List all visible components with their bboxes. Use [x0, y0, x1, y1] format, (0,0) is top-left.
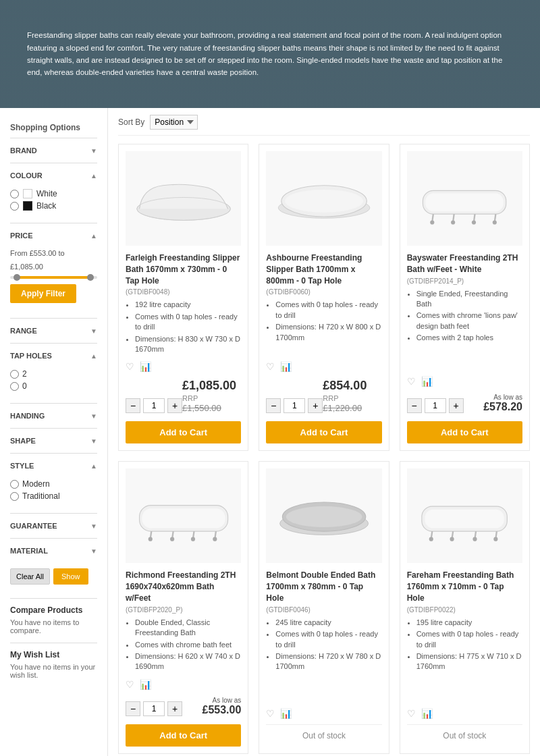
filter-tap-holes-header[interactable]: TAP HOLES ▲ [10, 349, 97, 362]
qty-input-2[interactable] [284, 398, 305, 413]
filter-colour-arrow: ▲ [90, 172, 97, 180]
style-radio-traditional[interactable] [10, 492, 19, 501]
tap-holes-radio-2[interactable] [10, 370, 19, 379]
add-to-cart-4[interactable]: Add to Cart [126, 724, 241, 747]
price-slider[interactable] [10, 276, 97, 279]
tap-holes-radio-0[interactable] [10, 382, 19, 391]
wishlist-icon-2[interactable]: ♡ [266, 361, 275, 372]
qty-input-3[interactable] [425, 398, 446, 413]
filter-material-label: MATERIAL [10, 547, 48, 555]
feature-1-2: Comes with 0 tap holes - ready to drill [135, 312, 241, 333]
price-rrp-val-2: £1,220.00 [323, 403, 362, 413]
filter-guarantee-header[interactable]: GUARANTEE ▼ [10, 519, 97, 533]
filter-style-arrow: ▲ [90, 462, 97, 470]
sort-select[interactable]: Position Name Price [150, 115, 198, 130]
qty-plus-2[interactable]: + [308, 398, 323, 413]
add-to-cart-2[interactable]: Add to Cart [266, 421, 381, 443]
filter-colour-header[interactable]: COLOUR ▲ [10, 169, 97, 182]
price-main-2: £854.00 [323, 379, 367, 392]
filter-style-header[interactable]: STYLE ▲ [10, 459, 97, 473]
colour-radio-black[interactable] [10, 202, 19, 211]
product-card-1: Farleigh Freestanding Slipper Bath 1670m… [118, 144, 248, 451]
wishlist-text: You have no items in your wish list. [10, 663, 97, 679]
shopping-options-title: Shopping Options [10, 123, 97, 132]
out-of-stock-5: Out of stock [266, 724, 381, 747]
compare-icon-6[interactable]: 📊 [421, 708, 433, 719]
style-label-modern: Modern [22, 479, 50, 489]
style-content: Modern Traditional [10, 473, 97, 508]
product-card-2: Ashbourne Freestanding Slipper Bath 1700… [259, 144, 389, 451]
filter-brand-header[interactable]: BRAND ▼ [10, 144, 97, 157]
compare-icon-5[interactable]: 📊 [280, 708, 292, 719]
compare-title: Compare Products [10, 605, 97, 615]
qty-minus-3[interactable]: − [407, 398, 422, 413]
compare-icon-3[interactable]: 📊 [421, 376, 433, 387]
filter-range-header[interactable]: RANGE ▼ [10, 324, 97, 338]
filter-style-label: STYLE [10, 462, 34, 470]
qty-plus-1[interactable]: + [167, 398, 182, 413]
qty-input-4[interactable] [143, 701, 165, 716]
qty-plus-3[interactable]: + [449, 398, 464, 413]
price-slider-max[interactable] [87, 274, 94, 281]
qty-row-1: ♡ 📊 [126, 361, 151, 376]
sidebar-bottom-buttons: Clear All Show [10, 568, 97, 585]
feature-2-1: Comes with 0 tap holes - ready to drill [275, 300, 381, 321]
qty-plus-4[interactable]: + [167, 701, 182, 716]
filter-shape-header[interactable]: SHAPE ▼ [10, 434, 97, 448]
qty-input-1[interactable] [143, 398, 165, 413]
price-main-1: £1,085.00 [182, 379, 236, 392]
product-sku-5: (GTDIBF0046) [266, 606, 381, 614]
svg-point-4 [285, 190, 363, 213]
qty-controls-4: − + [126, 701, 182, 716]
qty-minus-2[interactable]: − [266, 398, 281, 413]
colour-options: White Black [10, 182, 97, 217]
compare-icon-1[interactable]: 📊 [140, 361, 151, 372]
filter-handing-header[interactable]: HANDING ▼ [10, 409, 97, 423]
qty-controls-2: − + [266, 398, 323, 413]
compare-icon-4[interactable]: 📊 [140, 679, 151, 690]
sort-bar: Sort By Position Name Price [118, 115, 530, 136]
product-actions-row-3: ♡ 📊 [407, 376, 522, 391]
filter-handing-arrow: ▼ [90, 412, 97, 420]
product-name-1: Farleigh Freestanding Slipper Bath 1670m… [126, 252, 241, 286]
product-image-4 [126, 468, 241, 563]
feature-5-2: Comes with 0 tap holes - ready to drill [275, 629, 381, 650]
svg-point-27 [286, 506, 362, 527]
wishlist-icon-3[interactable]: ♡ [407, 376, 416, 387]
style-radio-modern[interactable] [10, 480, 19, 489]
product-actions-5: ♡ 📊 [266, 708, 381, 719]
colour-radio-white[interactable] [10, 190, 19, 198]
filter-brand: BRAND ▼ [10, 138, 97, 163]
filter-range-arrow: ▼ [90, 327, 97, 335]
add-to-cart-3[interactable]: Add to Cart [407, 421, 522, 443]
clear-all-button[interactable]: Clear All [10, 568, 50, 585]
filter-price: PRICE ▲ From £553.00 to £1,085.00 Apply … [10, 223, 97, 318]
main-layout: Shopping Options BRAND ▼ COLOUR ▲ White [0, 108, 540, 756]
apply-filter-button[interactable]: Apply Filter [10, 284, 76, 303]
feature-2-2: Dimensions: H 720 x W 800 x D 1700mm [275, 322, 381, 343]
compare-icon-2[interactable]: 📊 [280, 361, 292, 372]
filter-price-arrow: ▲ [90, 232, 97, 240]
filter-brand-label: BRAND [10, 146, 37, 155]
qty-minus-4[interactable]: − [126, 701, 140, 716]
colour-option-white: White [10, 189, 97, 198]
filter-colour: COLOUR ▲ White Black [10, 163, 97, 223]
wishlist-icon-6[interactable]: ♡ [407, 708, 416, 719]
price-main-4: £553.00 [202, 704, 241, 716]
filter-price-header[interactable]: PRICE ▲ [10, 229, 97, 242]
style-label-traditional: Traditional [22, 491, 60, 501]
price-block-1: £1,085.00 RRP £1,550.00 [182, 379, 241, 413]
wishlist-icon-4[interactable]: ♡ [126, 679, 134, 690]
show-button[interactable]: Show [53, 568, 88, 585]
wishlist-icon-1[interactable]: ♡ [126, 361, 134, 372]
price-details-3: − + As low as £578.20 [407, 394, 522, 413]
product-card-4: Richmond Freestanding 2TH 1690x740x620mm… [118, 461, 248, 753]
tap-holes-option-2: 2 [10, 369, 97, 379]
product-features-3: Single Ended, Freestanding Bath Comes wi… [407, 289, 522, 345]
price-details-2: − + £854.00 RRP £1,220.00 [266, 379, 381, 413]
wishlist-icon-5[interactable]: ♡ [266, 708, 275, 719]
filter-material-header[interactable]: MATERIAL ▼ [10, 544, 97, 558]
price-slider-min[interactable] [14, 274, 20, 281]
qty-minus-1[interactable]: − [126, 398, 140, 413]
add-to-cart-1[interactable]: Add to Cart [126, 421, 241, 443]
